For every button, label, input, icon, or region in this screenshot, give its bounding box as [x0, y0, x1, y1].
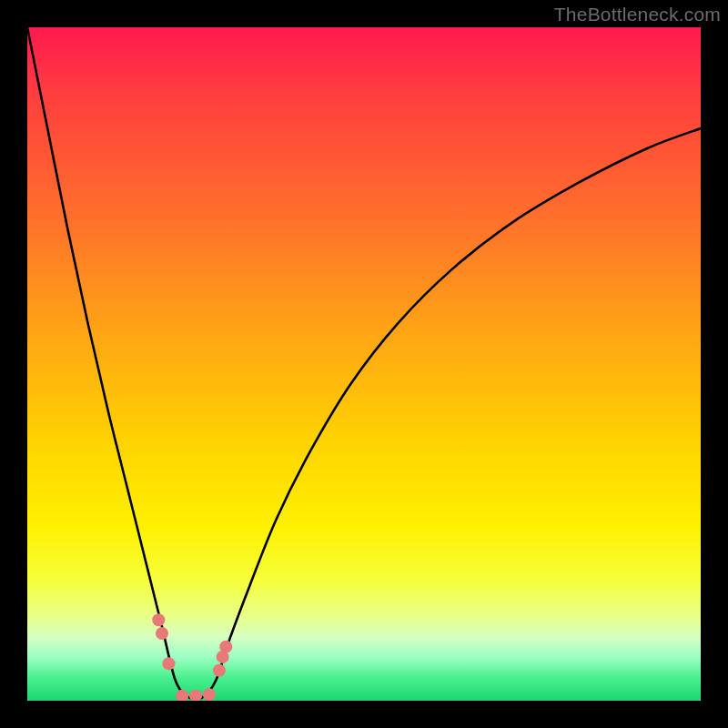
chart-svg	[27, 27, 701, 701]
watermark-text: TheBottleneck.com	[554, 4, 721, 25]
marker-point	[213, 664, 226, 677]
marker-point	[203, 688, 216, 701]
marker-point	[162, 657, 175, 670]
curve-markers	[152, 613, 232, 701]
marker-point	[189, 690, 202, 701]
marker-point	[219, 641, 232, 653]
outer-frame: TheBottleneck.com	[0, 0, 728, 728]
marker-point	[176, 690, 188, 701]
plot-area	[27, 27, 701, 701]
marker-point	[152, 613, 165, 626]
bottleneck-curve	[27, 27, 701, 700]
marker-point	[156, 627, 168, 640]
